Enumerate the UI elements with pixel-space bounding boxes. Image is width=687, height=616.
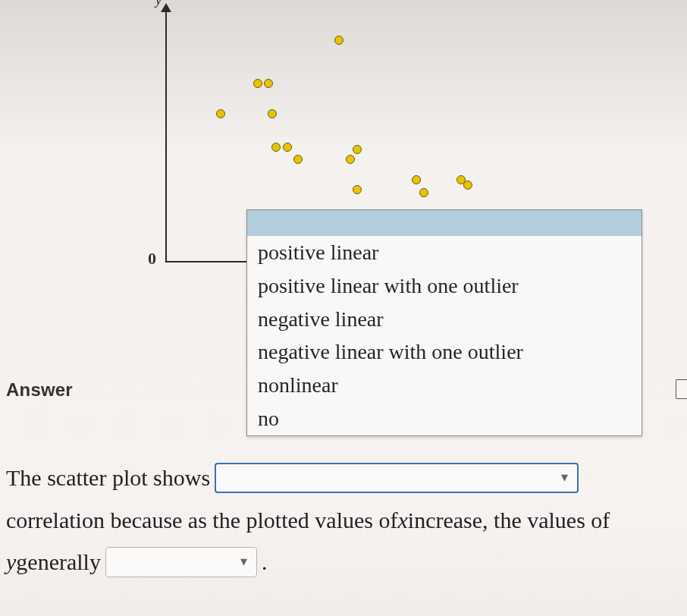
data-point [419, 188, 428, 197]
data-point [253, 79, 262, 88]
data-point [216, 109, 225, 118]
data-point [353, 185, 362, 194]
dropdown-option[interactable]: no [247, 402, 642, 435]
dropdown-blank-option[interactable] [247, 210, 642, 236]
chevron-down-icon: ▾ [240, 549, 247, 574]
dropdown-option[interactable]: positive linear [247, 236, 642, 269]
dropdown-option[interactable]: positive linear with one outlier [247, 269, 642, 303]
y-axis [165, 5, 167, 261]
data-point [463, 181, 472, 190]
answer-sentence: The scatter plot shows ▾ correlation bec… [6, 457, 687, 583]
data-point [264, 79, 273, 88]
x-variable: x [397, 499, 407, 542]
dropdown-option[interactable]: negative linear [247, 303, 642, 336]
y-variable: y [6, 541, 16, 583]
keypad-icon[interactable] [676, 379, 687, 399]
sentence-text: The scatter plot shows [6, 457, 210, 499]
data-point [268, 109, 277, 118]
data-point [334, 36, 344, 45]
origin-label: 0 [148, 249, 156, 269]
correlation-select[interactable]: ▾ [215, 463, 579, 493]
chevron-down-icon: ▾ [561, 465, 568, 490]
data-point [353, 145, 362, 154]
data-point [412, 175, 421, 184]
data-point [271, 143, 281, 152]
data-point [283, 143, 292, 152]
sentence-text: increase, the values of [408, 499, 610, 542]
sentence-period: . [262, 541, 268, 583]
trend-select[interactable]: ▾ [105, 547, 257, 577]
sentence-text: correlation because as the plotted value… [6, 499, 397, 542]
correlation-dropdown-list[interactable]: positive linearpositive linear with one … [246, 209, 642, 436]
sentence-text: generally [16, 541, 101, 583]
data-point [293, 155, 303, 164]
dropdown-option[interactable]: nonlinear [247, 369, 642, 402]
data-point [346, 155, 355, 164]
answer-heading: Answer [6, 379, 73, 401]
dropdown-option[interactable]: negative linear with one outlier [247, 335, 642, 369]
